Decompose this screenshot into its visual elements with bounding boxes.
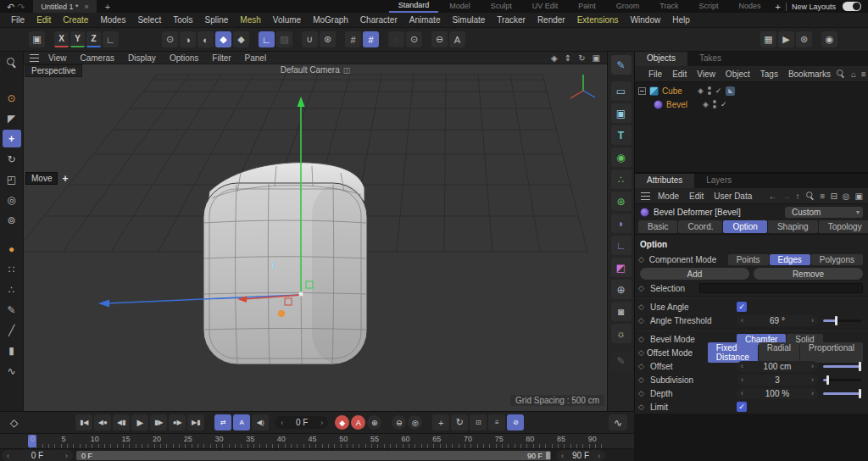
- menu-item[interactable]: Window: [625, 15, 667, 25]
- autokey-area-icon[interactable]: A: [449, 31, 465, 47]
- layout-tab[interactable]: Groom: [607, 1, 649, 12]
- param-tab[interactable]: Basic: [638, 220, 677, 233]
- increment-icon[interactable]: ›: [811, 389, 814, 397]
- frame-view-icon[interactable]: ▣: [29, 31, 45, 47]
- record-scale-icon[interactable]: ⊡: [470, 414, 487, 430]
- sky-icon[interactable]: ⊕: [611, 280, 632, 299]
- next-frame-button[interactable]: ▮▶: [150, 414, 167, 430]
- maximize-view-icon[interactable]: ▣: [593, 53, 600, 63]
- param-marker[interactable]: ◇: [638, 316, 650, 325]
- offset-slider[interactable]: [823, 361, 861, 372]
- layout-tab[interactable]: Standard: [389, 0, 439, 13]
- search-icon[interactable]: [837, 69, 845, 78]
- increment-icon[interactable]: ›: [811, 316, 814, 325]
- object-row-cube[interactable]: Cube ◈ ✓ ◣: [635, 84, 868, 97]
- render-view-icon[interactable]: ▦: [760, 31, 776, 47]
- object-manager-menu-item[interactable]: Object: [721, 69, 755, 79]
- component-mode-option[interactable]: Polygons: [811, 254, 863, 265]
- spline-wrap-icon[interactable]: ∟: [611, 236, 632, 255]
- layout-tab[interactable]: Nodes: [730, 1, 771, 12]
- axis-lock-z-button[interactable]: Z: [86, 31, 101, 47]
- pan-view-icon[interactable]: ◈: [551, 53, 558, 63]
- lock-icon[interactable]: ⊟: [830, 192, 837, 201]
- use-angle-checkbox[interactable]: ✓: [737, 302, 747, 312]
- depth-field[interactable]: ‹ 100 % ›: [737, 388, 818, 399]
- keyframe-filter-icon[interactable]: ⊘: [507, 414, 524, 430]
- menu-item[interactable]: Modes: [94, 15, 131, 25]
- depth-slider[interactable]: [823, 388, 861, 399]
- record-keyframe-icon[interactable]: ◆: [335, 415, 349, 430]
- param-marker[interactable]: ◇: [638, 389, 650, 397]
- field-icon[interactable]: ◩: [611, 258, 632, 277]
- visibility-dots-icon[interactable]: [708, 86, 711, 95]
- layout-tab[interactable]: Script: [690, 1, 728, 12]
- component-mode-option[interactable]: Points: [728, 254, 769, 265]
- keyframe-selection-icon[interactable]: ⊖: [392, 415, 406, 430]
- text-tool-icon[interactable]: T: [611, 125, 632, 145]
- increment-icon[interactable]: ›: [598, 452, 600, 460]
- target-icon[interactable]: ◎: [843, 192, 850, 201]
- preset-dropdown[interactable]: Custom ▾: [785, 207, 863, 218]
- viewport-menu-item[interactable]: View: [42, 53, 74, 63]
- deformer-icon[interactable]: ◗: [611, 214, 632, 233]
- play-all-frames-icon[interactable]: A: [233, 414, 250, 430]
- panel-icon[interactable]: ▣: [855, 192, 863, 201]
- layout-tab[interactable]: Sculpt: [481, 1, 521, 12]
- view-label[interactable]: Perspective: [25, 64, 82, 77]
- add-document-button[interactable]: +: [105, 2, 110, 12]
- spline-pen-icon[interactable]: ✎: [611, 55, 632, 75]
- close-tab-icon[interactable]: ×: [84, 3, 88, 11]
- increment-icon[interactable]: ›: [320, 419, 323, 427]
- menu-item[interactable]: Edit: [31, 15, 57, 25]
- polygons-mode-icon[interactable]: ◐: [198, 31, 214, 47]
- forward-icon[interactable]: →: [782, 192, 791, 201]
- workplane-align-icon[interactable]: ⊙: [406, 31, 422, 47]
- selection-input[interactable]: [699, 283, 863, 293]
- collapse-icon[interactable]: [638, 87, 646, 95]
- menu-item[interactable]: Volume: [267, 15, 307, 25]
- next-key-button[interactable]: ●▶: [169, 414, 186, 430]
- param-tab[interactable]: Option: [723, 220, 766, 233]
- menu-item[interactable]: Character: [354, 15, 403, 25]
- prev-frame-button[interactable]: ◀▮: [113, 414, 130, 430]
- polygon-mode-active-icon[interactable]: ◆: [215, 31, 231, 47]
- redo-icon[interactable]: ↷: [17, 3, 25, 11]
- workplane-icon[interactable]: ∟: [103, 31, 119, 47]
- search-icon[interactable]: [806, 192, 815, 200]
- points-mode-icon[interactable]: ⊙: [162, 31, 178, 47]
- increment-icon[interactable]: ›: [811, 375, 814, 384]
- generator-gear-icon[interactable]: ⊛: [611, 192, 632, 211]
- parent-icon[interactable]: ↑: [796, 192, 800, 201]
- remove-button[interactable]: Remove: [754, 268, 863, 280]
- goto-end-button[interactable]: ▶▮: [187, 414, 204, 430]
- play-button[interactable]: ▶: [131, 414, 148, 430]
- param-tab[interactable]: Shaping: [768, 220, 818, 233]
- key-interpolation-icon[interactable]: ◎: [408, 415, 422, 430]
- timeline-graph-icon[interactable]: ∿: [609, 414, 627, 430]
- layout-toggle[interactable]: [843, 2, 861, 11]
- model-mode-icon[interactable]: ◆: [233, 31, 249, 47]
- enabled-check-icon[interactable]: ✓: [715, 86, 722, 95]
- param-marker[interactable]: ◇: [638, 348, 647, 357]
- move-tool[interactable]: +: [3, 130, 21, 147]
- filter-icon[interactable]: ≡: [821, 192, 826, 201]
- param-marker[interactable]: ◇: [638, 403, 650, 411]
- live-selection-tool[interactable]: ⊙: [3, 89, 21, 107]
- workplane-mode-icon[interactable]: ◌: [388, 31, 404, 47]
- snap-settings-icon[interactable]: ⊛: [320, 31, 336, 47]
- pen-tool[interactable]: ✎: [3, 301, 21, 319]
- undo-icon[interactable]: ↶: [7, 3, 14, 11]
- document-tab[interactable]: Untitled 1 * ×: [33, 0, 96, 13]
- dots-tool[interactable]: ∴: [3, 280, 21, 298]
- param-marker[interactable]: ◇: [638, 362, 650, 370]
- object-name[interactable]: Bevel: [666, 100, 687, 109]
- component-mode-option[interactable]: Edges: [770, 254, 810, 265]
- cloner-icon[interactable]: ∴: [611, 169, 632, 189]
- goto-start-button[interactable]: ▮◀: [75, 414, 92, 430]
- loop-playback-icon[interactable]: ⇄: [214, 414, 231, 430]
- capsule-tool[interactable]: ●: [3, 240, 21, 258]
- keyframe-settings-icon[interactable]: ⊛: [367, 415, 381, 430]
- menu-item[interactable]: Spline: [199, 15, 235, 25]
- current-frame-field[interactable]: ‹ 0 F ›: [275, 416, 328, 429]
- edges-mode-icon[interactable]: ◑: [180, 31, 196, 47]
